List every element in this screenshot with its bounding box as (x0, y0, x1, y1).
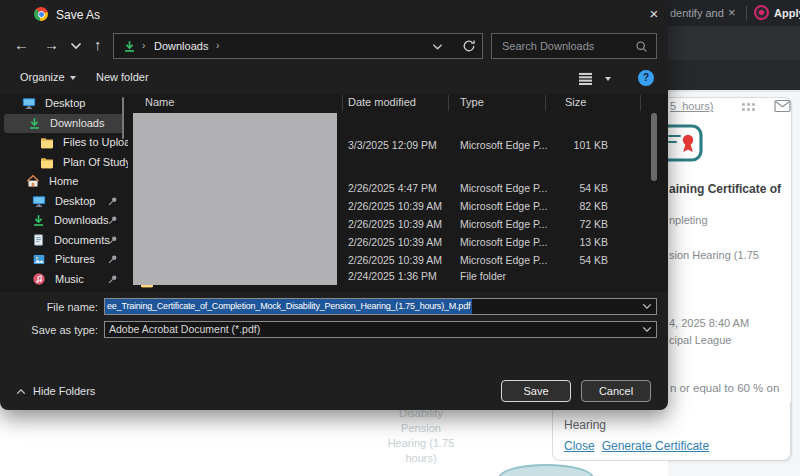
card-line-league: cipal League (669, 334, 731, 346)
file-list-scrollbar[interactable] (651, 113, 657, 181)
ghost-line: Pension (368, 421, 474, 436)
file-list-header: Name Date modified Type Size (130, 94, 668, 112)
cell-size: 101 KB (520, 139, 608, 151)
help-button[interactable]: ? (638, 70, 654, 86)
cell-size: 54 KB (520, 254, 608, 266)
sidebar-item-home[interactable]: Home (0, 172, 128, 192)
column-type[interactable]: Type (460, 96, 484, 108)
column-name[interactable]: Name (145, 96, 174, 108)
sidebar-item-downloads[interactable]: Downloads (4, 114, 124, 134)
crumb-separator: › (142, 40, 145, 51)
dialog-fields: File name: ee_Training_Certificate_of_Co… (0, 292, 668, 372)
document-icon (32, 233, 45, 247)
pin-icon (107, 274, 118, 285)
cancel-button[interactable]: Cancel (581, 380, 651, 402)
cell-date: 2/26/2025 10:39 AM (348, 200, 458, 212)
card-title-fragment: aining Certificate of (669, 182, 781, 196)
file-name-input[interactable]: ee_Training_Certificate_of_Completion_Mo… (104, 298, 657, 315)
sidebar-label: Documents (54, 234, 110, 246)
sidebar-label: Desktop (45, 97, 85, 109)
sidebar-label: Downloads (54, 214, 108, 226)
sidebar-item-plan-of-study[interactable]: Plan Of Study (0, 153, 128, 173)
save-button[interactable]: Save (501, 380, 571, 402)
file-name-dropdown-icon[interactable] (642, 303, 652, 310)
tab-close-icon[interactable]: × (728, 5, 736, 20)
certificate-icon (668, 118, 704, 174)
cell-date: 2/26/2025 10:39 AM (348, 218, 458, 230)
cell-size: 82 KB (520, 200, 608, 212)
home-icon (26, 174, 40, 188)
close-link[interactable]: Close (564, 439, 595, 453)
cell-size: 54 KB (520, 182, 608, 194)
back-button[interactable]: ← (14, 36, 29, 53)
ghost-line: Hearing (1.75 (368, 436, 474, 451)
background-badge-shape (498, 464, 594, 476)
file-name-label: File name: (0, 301, 98, 313)
view-mode-dropdown-icon[interactable] (605, 77, 611, 81)
column-divider[interactable] (342, 95, 343, 111)
organize-label: Organize (20, 71, 65, 83)
breadcrumb-downloads[interactable]: Downloads (154, 40, 208, 52)
view-mode-icon[interactable] (578, 72, 593, 85)
column-divider[interactable] (545, 95, 546, 111)
save-as-type-select[interactable]: Adobe Acrobat Document (*.pdf) (104, 321, 657, 338)
dialog-titlebar[interactable]: Save As × (0, 0, 668, 28)
certificate-card-bottom: Hearing CloseGenerate Certificate (552, 402, 791, 461)
sidebar-scrollbar[interactable] (122, 97, 124, 139)
download-icon (32, 214, 45, 227)
pin-icon (107, 254, 118, 265)
sidebar-item-pictures[interactable]: Pictures (0, 250, 128, 270)
music-icon (32, 272, 46, 286)
tab-divider (746, 6, 747, 20)
pin-icon (107, 196, 118, 207)
card-line-score: n or equal to 60 % on (670, 382, 779, 394)
file-list: Name Date modified Type Size 3/3/2025 12… (130, 94, 668, 292)
up-button[interactable]: ↑ (94, 36, 102, 53)
new-folder-button[interactable]: New folder (96, 71, 149, 83)
cell-date: 3/3/2025 12:09 PM (348, 139, 458, 151)
sidebar-label: Desktop (55, 195, 95, 207)
cell-date: 2/26/2025 10:39 AM (348, 254, 458, 266)
browser-tabstrip: dentify and × Apply f (668, 0, 800, 26)
sidebar-item-music[interactable]: Music (0, 270, 128, 290)
picture-icon (32, 253, 46, 266)
drag-handle-icon (742, 103, 755, 112)
sidebar-item-files-to-upload[interactable]: Files to Upload (0, 133, 128, 153)
file-name-value: ee_Training_Certificate_of_Completion_Mo… (105, 299, 472, 314)
dialog-close-icon[interactable]: × (644, 5, 664, 22)
refresh-icon[interactable] (462, 39, 476, 53)
address-dropdown-chevron-icon[interactable] (432, 43, 443, 51)
forward-button[interactable]: → (44, 36, 59, 53)
search-input[interactable]: Search Downloads (491, 33, 657, 59)
envelope-icon[interactable] (774, 99, 791, 113)
sidebar-item-downloads-pinned[interactable]: Downloads (0, 211, 128, 231)
folder-icon (40, 157, 54, 169)
organize-button[interactable]: Organize (20, 71, 76, 83)
sidebar-item-desktop-pinned[interactable]: Desktop (0, 192, 128, 212)
column-divider[interactable] (448, 95, 449, 111)
card-line-completing: npleting (669, 214, 708, 226)
browser-tab-2[interactable]: Apply f (774, 7, 800, 19)
column-size[interactable]: Size (565, 96, 586, 108)
card-filename-fragment: 5_hours) (670, 100, 713, 112)
address-bar[interactable]: › Downloads › (113, 33, 483, 59)
column-date-modified[interactable]: Date modified (348, 96, 416, 108)
pin-icon (107, 235, 118, 246)
column-divider[interactable] (640, 95, 641, 111)
folder-icon (40, 137, 54, 149)
cell-date: 2/26/2025 4:47 PM (348, 182, 458, 194)
save-as-type-dropdown-icon[interactable] (642, 326, 652, 333)
hide-folders-button[interactable]: Hide Folders (16, 385, 95, 397)
sidebar-item-documents[interactable]: Documents (0, 231, 128, 251)
redacted-name-column (133, 113, 337, 285)
generate-certificate-link[interactable]: Generate Certificate (602, 439, 709, 453)
dialog-toolbar: Organize New folder ? (0, 66, 668, 92)
browser-tab-1[interactable]: dentify and (670, 7, 724, 19)
save-as-type-label: Save as type: (0, 324, 98, 336)
sidebar-item-desktop[interactable]: Desktop (0, 94, 128, 114)
card-line-hearing: sion Hearing (1.75 (669, 249, 759, 261)
recent-locations-chevron-icon[interactable] (70, 42, 82, 50)
monitor-icon (22, 96, 36, 110)
dialog-title: Save As (56, 8, 100, 22)
chrome-logo-icon (34, 7, 48, 21)
